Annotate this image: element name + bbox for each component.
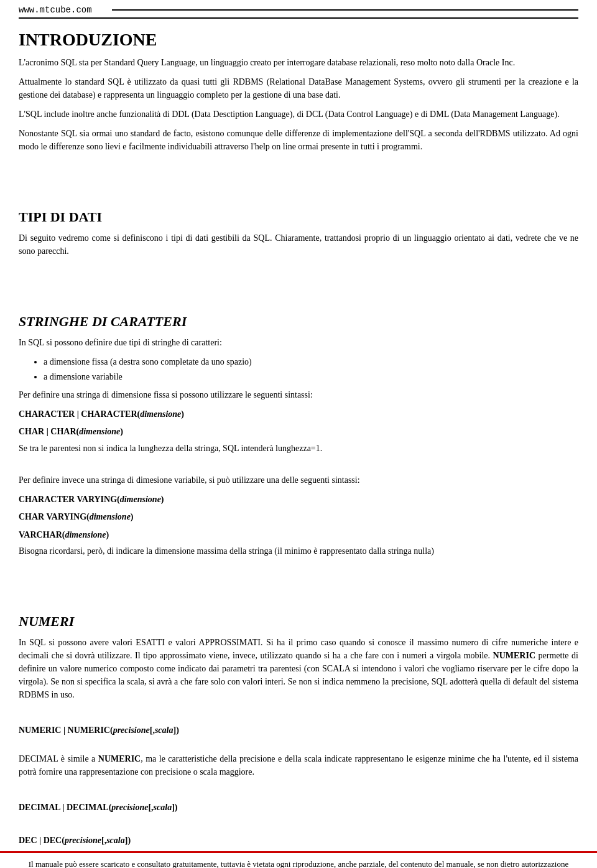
intro-para3: L'SQL include inoltre anche funzionalità… <box>19 108 578 121</box>
syntax-numeric: NUMERIC | NUMERIC(precisione[,scala]) <box>19 724 578 737</box>
numeri-decimal-para: DECIMAL è simile a NUMERIC, ma le caratt… <box>19 752 578 778</box>
numeri-section: NUMERI In SQL si possono avere valori ES… <box>19 614 578 847</box>
intro-para1: L'acronimo SQL sta per Standard Query La… <box>19 56 578 69</box>
footer-text: Il manuale può essere scaricato e consul… <box>29 859 568 868</box>
page-header: www.mtcube.com <box>19 0 578 19</box>
syntax-char: CHAR | CHAR(dimensione) <box>19 425 578 439</box>
page-footer: Il manuale può essere scaricato e consul… <box>0 851 597 868</box>
intro-para4: Nonostante SQL sia ormai uno standard de… <box>19 127 578 153</box>
syntax-char-varying-2: CHAR VARYING(dimensione) <box>19 510 578 524</box>
note-fixed: Se tra le parentesi non si indica la lun… <box>19 442 578 455</box>
intro-title: INTRODUZIONE <box>19 30 578 50</box>
stringhe-intro: In SQL si possono definire due tipi di s… <box>19 336 578 349</box>
site-name: www.mtcube.com <box>19 5 106 15</box>
syntax-character: CHARACTER | CHARACTER(dimensione) <box>19 408 578 421</box>
syntax-char-varying-1: CHARACTER VARYING(dimensione) <box>19 493 578 506</box>
tipi-dati-title: TIPI DI DATI <box>19 209 578 225</box>
stringhe-title: STRINGHE DI CARATTERI <box>19 314 578 330</box>
stringhe-para-fixed: Per definire una stringa di dimensione f… <box>19 388 578 401</box>
syntax-decimal: DECIMAL | DECIMAL(precisione[,scala]) <box>19 801 578 814</box>
intro-para2: Attualmente lo standard SQL è utilizzato… <box>19 75 578 101</box>
syntax-dec: DEC | DEC(precisione[,scala]) <box>19 834 578 847</box>
note-var: Bisogna ricordarsi, però, di indicare la… <box>19 544 578 558</box>
intro-section: INTRODUZIONE L'acronimo SQL sta per Stan… <box>19 30 578 153</box>
tipi-dati-section: TIPI DI DATI Di seguito vedremo come si … <box>19 209 578 258</box>
stringhe-bullets: a dimensione fissa (a destra sono comple… <box>44 355 578 383</box>
tipi-dati-para: Di seguito vedremo come si definiscono i… <box>19 231 578 258</box>
numeri-para1: In SQL si possono avere valori ESATTI e … <box>19 636 578 701</box>
numeri-title: NUMERI <box>19 614 578 630</box>
syntax-varchar: VARCHAR(dimensione) <box>19 528 578 542</box>
header-line <box>112 9 578 11</box>
stringhe-section: STRINGHE DI CARATTERI In SQL si possono … <box>19 314 578 558</box>
bullet-fixed: a dimensione fissa (a destra sono comple… <box>44 355 578 368</box>
bullet-variable: a dimensione variabile <box>44 370 578 383</box>
stringhe-para-var: Per definire invece una stringa di dimes… <box>19 474 578 487</box>
